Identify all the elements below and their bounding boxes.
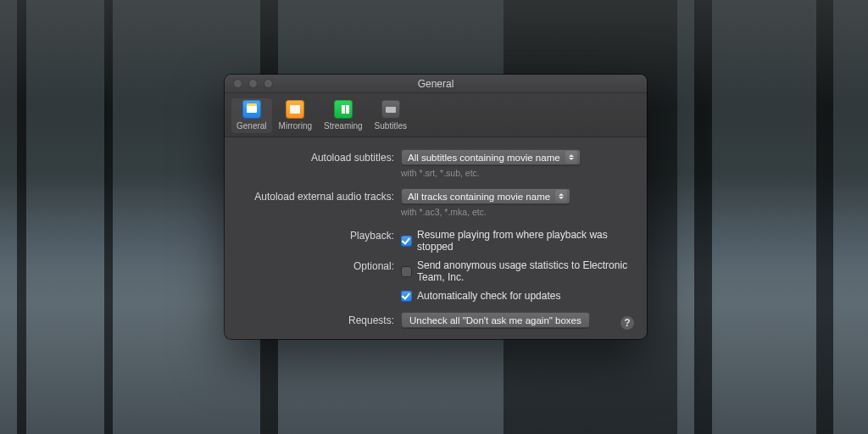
tab-streaming[interactable]: Streaming bbox=[319, 98, 368, 133]
label-autoload-subtitles: Autoload subtitles: bbox=[240, 149, 401, 164]
tab-label: Subtitles bbox=[375, 121, 407, 131]
button-label: Uncheck all "Don't ask me again" boxes bbox=[409, 315, 581, 326]
label-optional: Optional: bbox=[240, 258, 401, 272]
hint-subtitles: with *.srt, *.sub, etc. bbox=[401, 168, 632, 178]
help-button[interactable]: ? bbox=[620, 315, 635, 331]
tab-label: Mirroring bbox=[279, 121, 312, 131]
checkbox-resume-playback[interactable]: Resume playing from where playback was s… bbox=[401, 227, 632, 254]
preferences-toolbar: General Mirroring Streaming Subtitles bbox=[225, 93, 647, 137]
tab-general[interactable]: General bbox=[231, 98, 272, 133]
label-requests: Requests: bbox=[240, 312, 401, 326]
uncheck-dont-ask-button[interactable]: Uncheck all "Don't ask me again" boxes bbox=[401, 312, 590, 328]
preferences-content: Autoload subtitles: All subtitles contai… bbox=[225, 137, 647, 339]
tab-mirroring[interactable]: Mirroring bbox=[274, 98, 317, 133]
checkbox-label: Send anonymous usage statistics to Elect… bbox=[417, 259, 632, 283]
checkbox-auto-update[interactable]: Automatically check for updates bbox=[401, 288, 560, 303]
autoload-subtitles-popup[interactable]: All subtitles containing movie name bbox=[401, 149, 581, 165]
popup-value: All tracks containing movie name bbox=[408, 192, 550, 202]
autoload-audio-popup[interactable]: All tracks containing movie name bbox=[401, 188, 570, 204]
subtitles-icon bbox=[381, 100, 400, 119]
checkbox-send-statistics[interactable]: Send anonymous usage statistics to Elect… bbox=[401, 258, 632, 285]
popup-value: All subtitles containing movie name bbox=[408, 153, 560, 163]
hint-audio: with *.ac3, *.mka, etc. bbox=[401, 207, 632, 217]
checkbox-icon bbox=[401, 236, 412, 247]
label-autoload-audio: Autoload external audio tracks: bbox=[240, 188, 401, 203]
window-title: General bbox=[225, 78, 647, 90]
general-icon bbox=[242, 100, 261, 119]
mirroring-icon bbox=[286, 100, 304, 119]
tab-subtitles[interactable]: Subtitles bbox=[370, 98, 412, 133]
streaming-icon bbox=[334, 100, 353, 119]
chevron-updown-icon bbox=[565, 151, 577, 164]
checkbox-label: Resume playing from where playback was s… bbox=[417, 229, 632, 253]
tab-label: General bbox=[236, 121, 267, 131]
tab-label: Streaming bbox=[324, 121, 363, 131]
titlebar[interactable]: General bbox=[225, 75, 647, 93]
chevron-updown-icon bbox=[555, 190, 567, 203]
checkbox-icon bbox=[401, 266, 412, 277]
checkbox-icon bbox=[401, 291, 412, 302]
checkbox-label: Automatically check for updates bbox=[417, 290, 560, 302]
label-playback: Playback: bbox=[240, 227, 401, 242]
preferences-window: General General Mirroring Streaming Subt… bbox=[225, 75, 647, 339]
